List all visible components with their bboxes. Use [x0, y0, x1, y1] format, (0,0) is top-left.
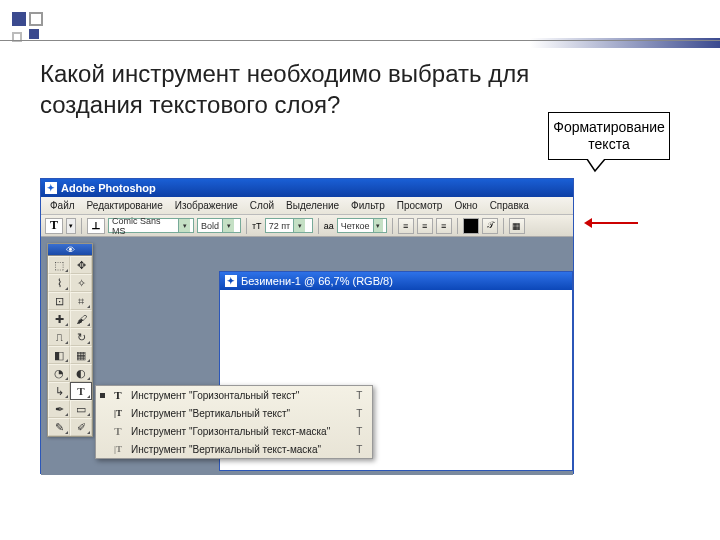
antialias-field[interactable]: Четкое▾: [337, 218, 387, 233]
text-mask-icon: T: [111, 425, 125, 437]
tool-notes[interactable]: ✎: [48, 418, 70, 436]
workspace: ✦ Безимени-1 @ 66,7% (RGB/8) 👁 ⬚ ✥ ⌇ ✧ ⊡…: [41, 237, 573, 475]
app-title: Adobe Photoshop: [61, 182, 156, 194]
menu-file[interactable]: Файл: [45, 199, 80, 212]
flyout-horizontal-text[interactable]: T Инструмент "Горизонтальный текст" T: [96, 386, 372, 404]
tool-gradient[interactable]: ▦: [70, 346, 92, 364]
font-family-field[interactable]: Comic Sans MS▾: [108, 218, 194, 233]
menu-filter[interactable]: Фильтр: [346, 199, 390, 212]
warp-text-button[interactable]: 𝒯: [482, 218, 498, 234]
vertical-text-mask-icon: |T: [111, 444, 125, 454]
app-logo-icon: ✦: [45, 182, 57, 194]
menu-edit[interactable]: Редактирование: [82, 199, 168, 212]
tool-stamp[interactable]: ⎍: [48, 328, 70, 346]
menu-image[interactable]: Изображение: [170, 199, 243, 212]
tool-heal[interactable]: ✚: [48, 310, 70, 328]
photoshop-window: ✦ Adobe Photoshop Файл Редактирование Из…: [40, 178, 574, 474]
font-weight-field[interactable]: Bold▾: [197, 218, 241, 233]
menubar: Файл Редактирование Изображение Слой Выд…: [41, 197, 573, 215]
tool-shape[interactable]: ▭: [70, 400, 92, 418]
toolbox: 👁 ⬚ ✥ ⌇ ✧ ⊡ ⌗ ✚ 🖌 ⎍ ↻ ◧ ▦ ◔ ◐ ↳ T ✒ ▭ ✎: [47, 243, 93, 437]
toolbox-header[interactable]: 👁: [48, 244, 92, 256]
flyout-horizontal-text-mask[interactable]: T Инструмент "Горизонтальный текст-маска…: [96, 422, 372, 440]
orientation-toggle[interactable]: ⊥: [87, 218, 105, 234]
menu-window[interactable]: Окно: [449, 199, 482, 212]
slide-decoration: [12, 12, 43, 42]
tool-slice[interactable]: ⌗: [70, 292, 92, 310]
tool-lasso[interactable]: ⌇: [48, 274, 70, 292]
tool-eyedrop[interactable]: ✐: [70, 418, 92, 436]
text-tool-icon: T: [111, 389, 125, 401]
text-tool-flyout: T Инструмент "Горизонтальный текст" T |T…: [95, 385, 373, 459]
slide-question: Какой инструмент необходимо выбрать для …: [40, 58, 600, 120]
tool-dodge[interactable]: ◐: [70, 364, 92, 382]
document-icon: ✦: [225, 275, 237, 287]
align-right-button[interactable]: ≡: [436, 218, 452, 234]
tool-pen[interactable]: ✒: [48, 400, 70, 418]
size-label-icon: тT: [252, 221, 262, 231]
text-color-swatch[interactable]: [463, 218, 479, 234]
flyout-vertical-text[interactable]: |T Инструмент "Вертикальный текст" T: [96, 404, 372, 422]
menu-view[interactable]: Просмотр: [392, 199, 448, 212]
selected-dot-icon: [100, 393, 105, 398]
palette-toggle-button[interactable]: ▦: [509, 218, 525, 234]
align-left-button[interactable]: ≡: [398, 218, 414, 234]
tool-brush[interactable]: 🖌: [70, 310, 92, 328]
menu-layer[interactable]: Слой: [245, 199, 279, 212]
eye-logo-icon: 👁: [66, 245, 75, 255]
document-titlebar[interactable]: ✦ Безимени-1 @ 66,7% (RGB/8): [220, 272, 572, 290]
app-titlebar[interactable]: ✦ Adobe Photoshop: [41, 179, 573, 197]
menu-help[interactable]: Справка: [485, 199, 534, 212]
tool-blur[interactable]: ◔: [48, 364, 70, 382]
antialias-label: aa: [324, 221, 334, 231]
font-size-field[interactable]: 72 пт▾: [265, 218, 313, 233]
header-line: [0, 40, 720, 41]
align-center-button[interactable]: ≡: [417, 218, 433, 234]
callout-formatting: Форматирование текста: [548, 112, 670, 160]
vertical-text-icon: |T: [111, 408, 125, 418]
tool-wand[interactable]: ✧: [70, 274, 92, 292]
tool-move[interactable]: ✥: [70, 256, 92, 274]
tool-history[interactable]: ↻: [70, 328, 92, 346]
tool-crop[interactable]: ⊡: [48, 292, 70, 310]
tool-preset-dropdown[interactable]: ▾: [66, 218, 76, 234]
document-title: Безимени-1 @ 66,7% (RGB/8): [241, 275, 393, 287]
options-bar: T ▾ ⊥ Comic Sans MS▾ Bold▾ тT 72 пт▾ aa …: [41, 215, 573, 237]
tool-text[interactable]: T: [70, 382, 92, 400]
tool-path[interactable]: ↳: [48, 382, 70, 400]
tool-marquee[interactable]: ⬚: [48, 256, 70, 274]
flyout-vertical-text-mask[interactable]: |T Инструмент "Вертикальный текст-маска"…: [96, 440, 372, 458]
arrow-pointer-icon: [590, 222, 638, 224]
menu-select[interactable]: Выделение: [281, 199, 344, 212]
tool-preset-icon[interactable]: T: [45, 218, 63, 234]
tool-eraser[interactable]: ◧: [48, 346, 70, 364]
